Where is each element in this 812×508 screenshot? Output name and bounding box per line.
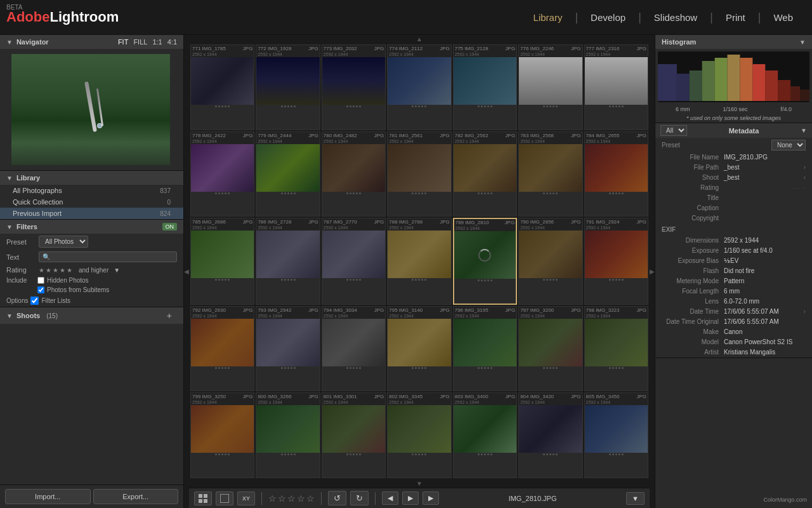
rating-dropdown-arrow[interactable]: ▼ [114,267,120,274]
date-time-arrow[interactable]: › [804,308,806,315]
nav-library[interactable]: Library [521,9,575,26]
photo-cell[interactable]: 802 IMG_3345JPG2592 x 1944 [387,392,451,478]
next-photo-button[interactable]: ▶ [422,491,439,505]
meta-rating-stars[interactable]: · · · · · [792,185,806,191]
undo-button[interactable]: ↺ [328,491,346,505]
histogram-dropdown[interactable]: ▼ [799,39,806,46]
photo-cell[interactable]: 801 IMG_3301JPG2592 x 1944 [322,392,386,478]
left-panel-collapse-handle[interactable]: ◀ [184,35,189,508]
navigator-preview[interactable] [11,54,170,165]
hidden-photos-checkbox[interactable] [37,277,44,284]
histogram-header: Histogram ▼ [655,35,812,49]
photo-cell[interactable]: 774 IMG_2112JPG2592 x 1944 [387,44,451,130]
photo-cell[interactable]: 789 IMG_2810JPG2592 x 1944 [453,218,517,305]
nav-develop[interactable]: Develop [578,9,638,26]
import-button[interactable]: Import... [5,489,91,504]
prev-photo-button[interactable]: ◀ [382,491,398,505]
filters-title: Filters [16,223,37,231]
shoots-header[interactable]: ▼ Shoots (15) + [0,307,183,324]
photo-cell[interactable]: 775 IMG_2128JPG2592 x 1944 [453,44,517,130]
star-5[interactable]: ☆ [306,493,315,504]
photo-cell[interactable]: 786 IMG_2728JPG2592 x 1944 [256,218,320,305]
zoom-1-1[interactable]: 1:1 [152,38,162,46]
photo-cell[interactable]: 795 IMG_3140JPG2592 x 1944 [387,306,451,392]
metadata-dropdown-arrow[interactable]: ▼ [801,127,807,134]
photo-cell[interactable]: 785 IMG_2686JPG2592 x 1944 [190,218,254,305]
text-search-input[interactable] [39,251,177,262]
photo-cell[interactable]: 797 IMG_3200JPG2592 x 1944 [518,306,582,392]
filter-lists-checkbox[interactable] [30,297,39,305]
photo-cell[interactable]: 798 IMG_3223JPG2592 x 1944 [584,306,648,392]
play-button[interactable]: ▶ [402,491,419,505]
star-1[interactable]: ☆ [268,493,277,504]
photo-cell[interactable]: 777 IMG_2316JPG2592 x 1944 [584,44,648,130]
photo-cell[interactable]: 794 IMG_3034JPG2592 x 1944 [322,306,386,392]
photo-cell[interactable]: 799 IMG_3250JPG2592 x 1944 [190,392,254,478]
loupe-view-button[interactable] [216,491,233,505]
svg-rect-7 [690,70,702,101]
shoot-arrow[interactable]: › [804,174,806,181]
metadata-preset-select[interactable]: None [771,140,806,150]
library-header[interactable]: ▼ Library [0,171,183,185]
library-previous-import[interactable]: Previous Import 824 [0,208,183,219]
photo-cell[interactable]: 787 IMG_2770JPG2592 x 1944 [322,218,386,305]
xy-view-button[interactable]: XY [237,491,255,505]
navigator-header[interactable]: ▼ Navigator FIT FILL 1:1 4:1 [0,35,183,49]
toolbar-dropdown-button[interactable]: ▼ [626,492,645,505]
photo-cell[interactable]: 796 IMG_3195JPG2592 x 1944 [453,306,517,392]
library-quick-collection[interactable]: Quick Collection 0 [0,196,183,208]
nav-web[interactable]: Web [761,9,806,26]
photo-cell[interactable]: 783 IMG_2568JPG2592 x 1944 [518,131,582,217]
photo-cell[interactable]: 793 IMG_2942JPG2592 x 1944 [256,306,320,392]
preset-select[interactable]: All Photos [39,236,88,248]
filters-header[interactable]: ▼ Filters ON [0,220,183,234]
photo-cell[interactable]: 772 IMG_1928JPG2592 x 1944 [256,44,320,130]
zoom-fit[interactable]: FIT [118,38,129,46]
grid-view-button[interactable] [194,491,212,505]
nav-slideshow[interactable]: Slideshow [641,9,710,26]
export-button[interactable]: Export... [93,489,179,504]
nav-print[interactable]: Print [713,9,758,26]
lightroom-text: Lightroom [49,9,119,25]
photo-cell[interactable]: 790 IMG_2856JPG2592 x 1944 [518,218,582,305]
rating-row: Rating · · · · · [655,183,812,193]
photo-cell[interactable]: 776 IMG_2246JPG2592 x 1944 [518,44,582,130]
filepath-arrow[interactable]: › [804,164,806,171]
subitems-checkbox[interactable] [37,286,44,293]
photo-cell[interactable]: 771 IMG_1785JPG2592 x 1944 [190,44,254,130]
photo-cell[interactable]: 778 IMG_2422JPG2592 x 1944 [190,131,254,217]
photo-cell[interactable]: 791 IMG_2924JPG2592 x 1944 [584,218,648,305]
photo-cell[interactable]: 800 IMG_3266JPG2592 x 1944 [256,392,320,478]
toolbar-separator-3 [375,492,376,505]
right-panel-collapse-handle[interactable]: ▶ [650,35,655,508]
photo-cell[interactable]: 792 IMG_2930JPG2592 x 1944 [190,306,254,392]
photo-cell[interactable]: 805 IMG_3450JPG2592 x 1944 [584,392,648,478]
rating-stars[interactable]: ★ ★ ★ ★ ★ [39,267,72,274]
photo-cell[interactable]: 804 IMG_3420JPG2592 x 1944 [518,392,582,478]
photo-cell[interactable]: 781 IMG_2561JPG2592 x 1944 [387,131,451,217]
rating-stars-toolbar[interactable]: ☆ ☆ ☆ ☆ ☆ [268,493,315,504]
zoom-fill[interactable]: FILL [133,38,147,46]
redo-button[interactable]: ↻ [350,491,369,505]
photo-cell[interactable]: 780 IMG_2482JPG2592 x 1944 [322,131,386,217]
add-shoot-button[interactable]: + [162,311,177,321]
scroll-down-arrow[interactable]: ▼ [189,479,650,488]
zoom-4-1[interactable]: 4:1 [167,38,177,46]
photo-cell[interactable]: 784 IMG_2655JPG2592 x 1944 [584,131,648,217]
loupe-icon [220,494,229,503]
star-4[interactable]: ☆ [297,493,305,504]
photo-cell[interactable]: 782 IMG_2562JPG2592 x 1944 [453,131,517,217]
star-3[interactable]: ☆ [287,493,296,504]
library-all-photographs[interactable]: All Photographs 837 [0,185,183,196]
metadata-all-dropdown[interactable]: All [660,125,687,136]
photo-cell[interactable]: 803 IMG_3400JPG2592 x 1944 [453,392,517,478]
exposure-bias-key: Exposure Bias [662,257,719,264]
scroll-up-arrow[interactable]: ▲ [189,35,650,43]
shutter-display: 1/160 sec [723,106,747,112]
date-time-row: Date Time 17/6/06 5:55:07 AM › [655,307,812,317]
photo-cell[interactable]: 779 IMG_2444JPG2592 x 1944 [256,131,320,217]
model-row: Model Canon PowerShot S2 IS [655,337,812,347]
star-2[interactable]: ☆ [278,493,286,504]
photo-cell[interactable]: 773 IMG_2032JPG2592 x 1944 [322,44,386,130]
photo-cell[interactable]: 788 IMG_2788JPG2592 x 1944 [387,218,451,305]
